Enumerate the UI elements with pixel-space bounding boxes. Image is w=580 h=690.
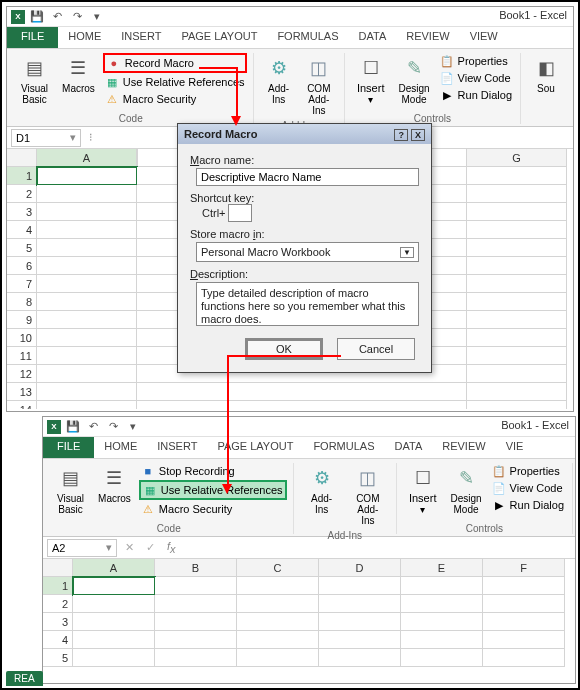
cell[interactable] <box>37 167 137 185</box>
tab-view[interactable]: VIEW <box>460 27 508 48</box>
select-all-corner[interactable] <box>7 149 37 167</box>
cell[interactable] <box>483 649 565 667</box>
tab-file[interactable]: FILE <box>7 27 58 48</box>
cell[interactable] <box>467 221 567 239</box>
cell[interactable] <box>37 329 137 347</box>
qat-dropdown-icon[interactable]: ▾ <box>125 419 141 435</box>
cell[interactable] <box>467 383 567 401</box>
namebox-dropdown-icon[interactable]: ▾ <box>70 131 76 144</box>
insert-control-button[interactable]: ☐ Insert▾ <box>351 53 391 111</box>
tab-formulas[interactable]: FORMULAS <box>267 27 348 48</box>
visual-basic-button[interactable]: ▤ Visual Basic <box>15 53 54 111</box>
cell[interactable] <box>73 577 155 595</box>
tab-page-layout[interactable]: PAGE LAYOUT <box>207 437 303 458</box>
undo-icon[interactable]: ↶ <box>49 9 65 25</box>
cancel-button[interactable]: Cancel <box>337 338 415 360</box>
com-addins-button[interactable]: ◫ COM Add-Ins <box>346 463 390 528</box>
undo-icon[interactable]: ↶ <box>85 419 101 435</box>
macro-name-input[interactable] <box>196 168 419 186</box>
col-header[interactable]: C <box>237 559 319 577</box>
cell[interactable] <box>155 595 237 613</box>
cell[interactable] <box>237 595 319 613</box>
cell[interactable] <box>73 631 155 649</box>
namebox-dropdown-icon[interactable]: ▾ <box>106 541 112 554</box>
redo-icon[interactable]: ↷ <box>69 9 85 25</box>
tab-page-layout[interactable]: PAGE LAYOUT <box>171 27 267 48</box>
insert-function-icon[interactable]: fx <box>163 540 180 555</box>
select-all-corner[interactable] <box>43 559 73 577</box>
cell[interactable] <box>401 577 483 595</box>
col-header[interactable]: B <box>155 559 237 577</box>
cell[interactable] <box>37 293 137 311</box>
run-dialog-button[interactable]: ▶ Run Dialog <box>438 87 514 103</box>
cell[interactable] <box>467 203 567 221</box>
design-mode-button[interactable]: ✎ Design Mode <box>392 53 435 111</box>
row-header[interactable]: 5 <box>7 239 37 257</box>
macros-button[interactable]: ☰ Macros <box>92 463 137 521</box>
cell[interactable] <box>73 649 155 667</box>
cancel-formula-icon[interactable]: ✕ <box>121 541 138 554</box>
cell[interactable] <box>401 631 483 649</box>
tab-home[interactable]: HOME <box>58 27 111 48</box>
cell[interactable] <box>401 595 483 613</box>
cell[interactable] <box>37 365 137 383</box>
tab-view[interactable]: VIE <box>496 437 534 458</box>
row-header[interactable]: 3 <box>43 613 73 631</box>
cell[interactable] <box>319 577 401 595</box>
cell[interactable] <box>483 613 565 631</box>
properties-button[interactable]: 📋 Properties <box>490 463 566 479</box>
cell[interactable] <box>483 577 565 595</box>
cell[interactable] <box>37 311 137 329</box>
cell[interactable] <box>155 577 237 595</box>
redo-icon[interactable]: ↷ <box>105 419 121 435</box>
tab-data[interactable]: DATA <box>349 27 397 48</box>
cell[interactable] <box>467 239 567 257</box>
tab-file[interactable]: FILE <box>43 437 94 458</box>
row-header[interactable]: 7 <box>7 275 37 293</box>
tab-insert[interactable]: INSERT <box>111 27 171 48</box>
col-header[interactable]: D <box>319 559 401 577</box>
save-icon[interactable]: 💾 <box>65 419 81 435</box>
store-macro-select[interactable]: Personal Macro Workbook ▼ <box>196 242 419 262</box>
cell[interactable] <box>37 347 137 365</box>
design-mode-button[interactable]: ✎ Design Mode <box>444 463 487 521</box>
com-addins-button[interactable]: ◫ COM Add-Ins <box>300 53 338 118</box>
cell[interactable] <box>237 631 319 649</box>
run-dialog-button[interactable]: ▶ Run Dialog <box>490 497 566 513</box>
addins-button[interactable]: ⚙ Add-Ins <box>300 463 344 528</box>
cell[interactable] <box>467 167 567 185</box>
insert-control-button[interactable]: ☐ Insert▾ <box>403 463 443 521</box>
row-header[interactable]: 1 <box>43 577 73 595</box>
cell[interactable] <box>237 577 319 595</box>
shortcut-key-input[interactable] <box>228 204 252 222</box>
enter-formula-icon[interactable]: ✓ <box>142 541 159 554</box>
cell[interactable] <box>137 383 467 401</box>
cell[interactable] <box>483 631 565 649</box>
cell[interactable] <box>467 257 567 275</box>
cell[interactable] <box>467 329 567 347</box>
row-header[interactable]: 6 <box>7 257 37 275</box>
col-header[interactable]: A <box>73 559 155 577</box>
description-textarea[interactable]: Type detailed description of macro funct… <box>196 282 419 326</box>
row-header[interactable]: 14 <box>7 401 37 409</box>
tab-data[interactable]: DATA <box>385 437 433 458</box>
visual-basic-button[interactable]: ▤ Visual Basic <box>51 463 90 521</box>
cell[interactable] <box>467 401 567 409</box>
row-header[interactable]: 13 <box>7 383 37 401</box>
cell[interactable] <box>73 613 155 631</box>
cell[interactable] <box>401 649 483 667</box>
source-button[interactable]: ◧ Sou <box>527 53 565 124</box>
row-header[interactable]: 8 <box>7 293 37 311</box>
name-box[interactable]: A2▾ <box>47 539 117 557</box>
row-header[interactable]: 1 <box>7 167 37 185</box>
macro-security-button[interactable]: ⚠ Macro Security <box>139 501 287 517</box>
tab-formulas[interactable]: FORMULAS <box>303 437 384 458</box>
row-header[interactable]: 4 <box>7 221 37 239</box>
cell[interactable] <box>319 613 401 631</box>
cell[interactable] <box>467 311 567 329</box>
cell[interactable] <box>37 221 137 239</box>
row-header[interactable]: 2 <box>7 185 37 203</box>
cell[interactable] <box>37 203 137 221</box>
cell[interactable] <box>37 239 137 257</box>
qat-dropdown-icon[interactable]: ▾ <box>89 9 105 25</box>
